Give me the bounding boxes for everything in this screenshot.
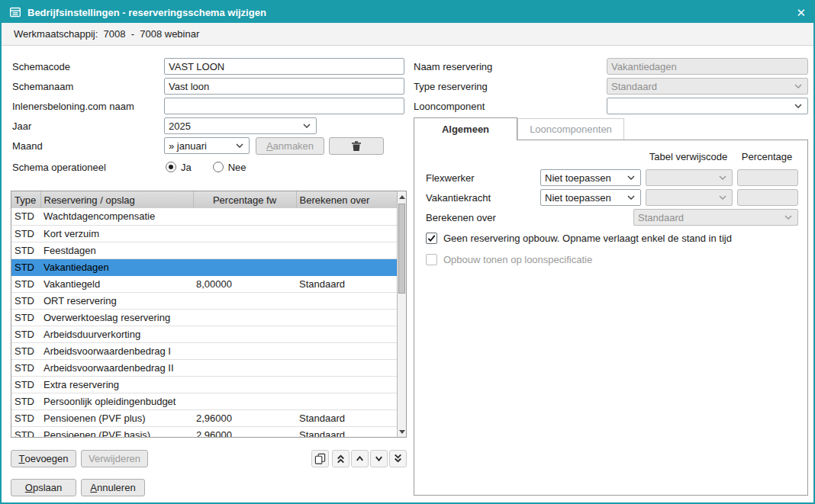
table-cell: Wachtdagencompensatie xyxy=(40,208,193,225)
chevron-down-icon xyxy=(627,195,635,200)
table-cell: Standaard xyxy=(296,275,398,292)
scroll-down-icon[interactable] xyxy=(398,426,406,437)
jaar-label: Jaar xyxy=(12,120,31,132)
table-cell: Standaard xyxy=(296,426,398,438)
chevron-double-up-icon xyxy=(335,453,346,464)
tab-looncomponenten[interactable]: Looncomponenten xyxy=(517,118,624,140)
table-cell xyxy=(193,359,296,376)
schemacode-input[interactable] xyxy=(164,58,404,75)
table-cell: Arbeidsvoorwaardenbedrag II xyxy=(40,359,193,376)
radio-nee[interactable] xyxy=(213,162,224,172)
table-cell: Arbeidsduurverkorting xyxy=(40,326,193,342)
table-row[interactable]: STDORT reservering xyxy=(11,292,398,309)
table-scrollbar[interactable] xyxy=(397,191,407,438)
table-row[interactable]: STDPensioenen (PVF basis)2,96000Standaar… xyxy=(11,426,398,438)
table-cell: STD xyxy=(11,426,40,438)
reservation-table-body: STDWachtdagencompensatieSTDKort verzuimS… xyxy=(11,208,398,438)
table-row[interactable]: STDVakantiegeld8,00000Standaard xyxy=(11,275,398,292)
chevron-down-icon xyxy=(627,175,635,180)
annuleren-button[interactable]: Annuleren xyxy=(81,479,145,496)
geen-reservering-opbouw-checkbox[interactable] xyxy=(426,233,437,244)
schemanaam-input[interactable] xyxy=(164,78,404,95)
naam-reservering-label: Naam reservering xyxy=(414,61,492,72)
flexwerker-toepassen-select[interactable]: Niet toepassen xyxy=(540,169,641,186)
looncomponent-label: Looncomponent xyxy=(414,101,485,112)
looncomponent-select[interactable] xyxy=(607,98,808,114)
table-row[interactable]: STDWachtdagencompensatie xyxy=(11,208,398,225)
aanmaken-button[interactable]: Aanmaken xyxy=(256,137,324,155)
reservation-table: Type Reservering / opslag Percentage fw … xyxy=(11,191,398,438)
trash-icon xyxy=(351,140,362,152)
table-row[interactable]: STDKort verzuim xyxy=(11,225,398,242)
berekenen-over-label: Berekenen over xyxy=(426,212,496,223)
move-down-button[interactable] xyxy=(370,450,388,467)
column-header-percentage[interactable]: Percentage fw xyxy=(193,191,296,208)
verwijderen-button[interactable]: Verwijderen xyxy=(81,450,148,467)
radio-nee-label: Nee xyxy=(228,162,246,173)
table-cell xyxy=(193,292,296,309)
delete-month-button[interactable] xyxy=(329,137,384,155)
table-cell xyxy=(193,258,296,275)
vakantiekracht-verwijscode-select xyxy=(646,189,733,206)
close-icon[interactable]: ✕ xyxy=(796,7,806,18)
table-row[interactable]: STDArbeidsvoorwaardenbedrag I xyxy=(11,342,398,359)
jaar-select[interactable]: 2025 xyxy=(164,117,317,134)
table-cell: Vakantiedagen xyxy=(40,258,193,275)
table-row[interactable]: STDArbeidsvoorwaardenbedrag II xyxy=(11,359,398,376)
table-row[interactable]: STDExtra reservering xyxy=(11,376,398,393)
table-cell xyxy=(296,292,398,309)
table-cell xyxy=(296,359,398,376)
titlebar: Bedrijfsinstellingen - reserveringsschem… xyxy=(2,2,813,23)
table-cell xyxy=(193,208,296,225)
tab-looncomponenten-label: Looncomponenten xyxy=(530,124,612,135)
table-row[interactable]: STDPersoonlijk opleidingenbudget xyxy=(11,393,398,409)
column-header-reservering[interactable]: Reservering / opslag xyxy=(40,191,193,208)
table-row[interactable]: STDVakantiedagen xyxy=(11,258,398,275)
opslaan-button[interactable]: Opslaan xyxy=(11,479,76,496)
table-row[interactable]: STDFeestdagen xyxy=(11,242,398,258)
column-header-type[interactable]: Type xyxy=(11,191,40,208)
table-cell: STD xyxy=(11,376,40,393)
vakantiekracht-label: Vakantiekracht xyxy=(426,192,491,204)
maand-select[interactable]: » januari xyxy=(164,137,250,154)
table-cell: STD xyxy=(11,393,40,409)
form-icon xyxy=(9,6,21,18)
column-header-berekenen[interactable]: Berekenen over xyxy=(296,191,398,208)
toevoegen-button[interactable]: Toevoegen xyxy=(11,450,76,467)
naam-reservering-input xyxy=(607,58,808,75)
vakantiekracht-toepassen-select[interactable]: Niet toepassen xyxy=(540,189,641,206)
jaar-select-value: 2025 xyxy=(169,120,300,132)
scroll-up-icon[interactable] xyxy=(398,191,406,202)
table-row[interactable]: STDOverwerktoeslag reservering xyxy=(11,309,398,326)
chevron-down-icon xyxy=(236,143,243,148)
move-bottom-button[interactable] xyxy=(389,450,407,467)
schema-operationeel-label: Schema operationeel xyxy=(12,162,106,173)
move-up-button[interactable] xyxy=(351,450,369,467)
table-cell: ORT reservering xyxy=(40,292,193,309)
table-cell: Vakantiegeld xyxy=(40,275,193,292)
inlenersbeloning-input[interactable] xyxy=(164,98,404,114)
tab-algemeen[interactable]: Algemeen xyxy=(414,117,517,140)
check-icon xyxy=(427,234,436,242)
window-title: Bedrijfsinstellingen - reserveringsschem… xyxy=(27,7,266,18)
table-cell: STD xyxy=(11,242,40,258)
table-cell: Extra reservering xyxy=(40,376,193,393)
tabel-verwijscode-column-header: Tabel verwijscode xyxy=(643,151,733,162)
table-cell xyxy=(296,342,398,359)
move-top-button[interactable] xyxy=(332,450,350,467)
table-cell: Pensioenen (PVF basis) xyxy=(40,426,193,438)
table-row[interactable]: STDArbeidsduurverkorting xyxy=(11,326,398,342)
maand-label: Maand xyxy=(12,140,43,152)
chevron-down-icon xyxy=(784,215,792,220)
copy-row-button[interactable] xyxy=(311,450,329,467)
table-cell xyxy=(193,326,296,342)
flexwerker-label: Flexwerker xyxy=(426,172,475,184)
scrollbar-thumb[interactable] xyxy=(398,204,405,294)
chevron-down-icon xyxy=(794,84,802,88)
chevron-down-icon xyxy=(719,175,726,180)
table-cell xyxy=(193,376,296,393)
radio-ja[interactable] xyxy=(166,162,176,172)
table-row[interactable]: STDPensioenen (PVF plus)2,96000Standaard xyxy=(11,409,398,426)
berekenen-over-select: Standaard xyxy=(633,209,798,226)
table-cell: Overwerktoeslag reservering xyxy=(40,309,193,326)
